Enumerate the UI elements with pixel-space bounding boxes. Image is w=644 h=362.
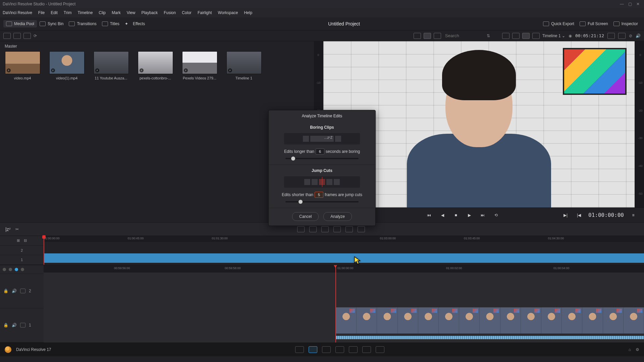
- media-pool-button[interactable]: Media Pool: [3, 20, 37, 27]
- transitions-button[interactable]: Transitions: [66, 20, 99, 27]
- page-deliver-icon[interactable]: [376, 346, 384, 353]
- media-clip[interactable]: ♪video(1).mp4: [48, 51, 85, 80]
- split-clip-icon[interactable]: ✂: [15, 227, 19, 232]
- mark-in-icon[interactable]: ▶|: [561, 212, 570, 219]
- mark-out-icon[interactable]: |◀: [575, 212, 583, 219]
- overview-ruler[interactable]: 01:00:00:0001:00:45:0001:01:30:0001:03:0…: [44, 236, 644, 242]
- insert-icon[interactable]: [297, 226, 305, 232]
- stop-icon[interactable]: ■: [452, 212, 460, 219]
- media-clip[interactable]: ♪Pexels Videos 279...: [181, 51, 218, 80]
- media-clip[interactable]: ♪11 Youtube Ausza...: [93, 51, 129, 80]
- ripple-icon[interactable]: [358, 226, 365, 232]
- track-toggle-icon[interactable]: [20, 323, 25, 327]
- record-icon[interactable]: ◉: [569, 34, 572, 38]
- refresh-icon[interactable]: ⟳: [34, 34, 37, 38]
- page-cut-icon[interactable]: [309, 346, 317, 353]
- import-media-icon[interactable]: [13, 33, 21, 39]
- detail-tracks[interactable]: 00:59:56:0000:59:58:0001:00:00:0001:00:0…: [44, 265, 644, 343]
- view-strip-icon[interactable]: [414, 33, 421, 39]
- detail-ruler[interactable]: 00:59:56:0000:59:58:0001:00:00:0001:00:0…: [44, 265, 644, 273]
- jump-frames-input[interactable]: [315, 192, 323, 198]
- media-clip[interactable]: ♪video.mp4: [4, 51, 41, 80]
- track-header-v2[interactable]: 🔒 🔊 2: [0, 274, 44, 308]
- bypass-icon[interactable]: ⊘: [629, 34, 632, 38]
- boring-seconds-input[interactable]: [316, 148, 324, 155]
- menu-clip[interactable]: Clip: [99, 10, 106, 15]
- media-clip[interactable]: ♪Timeline 1: [225, 51, 262, 80]
- sync-bin-button[interactable]: Sync Bin: [37, 20, 66, 27]
- snap-icon[interactable]: [3, 268, 6, 271]
- viewer-mode-a-icon[interactable]: [502, 33, 509, 39]
- timeline-selector[interactable]: Timeline 1 ⌄: [542, 34, 565, 38]
- link-icon[interactable]: [21, 268, 24, 271]
- bin-master-label[interactable]: Master: [5, 44, 318, 49]
- transport-menu-icon[interactable]: ≡: [629, 212, 637, 219]
- overwrite-icon[interactable]: [309, 226, 317, 232]
- menu-timeline[interactable]: Timeline: [77, 10, 93, 15]
- ov-tool-a-icon[interactable]: ⊞: [17, 238, 20, 243]
- page-color-icon[interactable]: [349, 346, 358, 353]
- overview-tracks[interactable]: 01:00:00:0001:00:45:0001:01:30:0001:03:0…: [44, 236, 644, 265]
- cancel-button[interactable]: Cancel: [292, 212, 319, 221]
- transport-timecode[interactable]: 01:00:00:00: [588, 212, 624, 218]
- guides-icon[interactable]: [618, 33, 626, 39]
- menu-playback[interactable]: Playback: [141, 10, 158, 15]
- detail-audio-waveform[interactable]: [336, 336, 644, 339]
- overview-playhead[interactable]: [44, 236, 44, 265]
- append-icon[interactable]: [345, 226, 353, 232]
- menu-fusion[interactable]: Fusion: [164, 10, 176, 15]
- fit-to-fill-icon[interactable]: [333, 226, 341, 232]
- menu-workspace[interactable]: Workspace: [218, 10, 238, 15]
- menu-edit[interactable]: Edit: [51, 10, 58, 15]
- maximize-icon[interactable]: ▢: [627, 1, 633, 7]
- jump-slider[interactable]: [285, 201, 359, 202]
- page-fairlight-icon[interactable]: [362, 346, 371, 353]
- go-end-icon[interactable]: ⏭: [479, 212, 487, 219]
- minimize-icon[interactable]: —: [619, 1, 625, 7]
- analyze-button[interactable]: Analyze: [323, 212, 352, 221]
- menu-mark[interactable]: Mark: [112, 10, 121, 15]
- audio-sync-icon[interactable]: [15, 268, 18, 271]
- viewer-mode-c-icon[interactable]: [522, 33, 530, 39]
- speaker-icon[interactable]: 🔊: [12, 323, 17, 327]
- menu-trim[interactable]: Trim: [64, 10, 72, 15]
- page-fusion-icon[interactable]: [335, 346, 344, 353]
- track-toggle-icon[interactable]: [20, 289, 25, 293]
- marker-icon[interactable]: [9, 268, 12, 271]
- ov-tool-b-icon[interactable]: ⊟: [24, 238, 27, 243]
- replace-icon[interactable]: [321, 226, 329, 232]
- lock-icon[interactable]: 🔒: [3, 323, 8, 327]
- effects-button[interactable]: ✦ Effects: [122, 20, 148, 27]
- boring-detector-icon[interactable]: |zᶻ: [5, 227, 11, 232]
- menu-app[interactable]: DaVinci Resolve: [3, 10, 32, 15]
- play-icon[interactable]: ▶: [465, 212, 473, 219]
- settings-gear-icon[interactable]: ⚙: [636, 347, 639, 352]
- view-thumb-icon[interactable]: [424, 33, 431, 39]
- page-media-icon[interactable]: [295, 346, 304, 353]
- quick-export-button[interactable]: Quick Export: [540, 20, 577, 27]
- search-input[interactable]: [444, 33, 484, 39]
- home-icon[interactable]: ⌂: [629, 347, 631, 352]
- go-start-icon[interactable]: ⏮: [425, 212, 433, 219]
- titles-button[interactable]: Titles: [99, 20, 122, 27]
- menu-help[interactable]: Help: [244, 10, 252, 15]
- lock-icon[interactable]: 🔒: [3, 289, 8, 293]
- safe-area-icon[interactable]: [607, 33, 615, 39]
- view-list-icon[interactable]: [434, 33, 441, 39]
- step-back-icon[interactable]: ◀: [438, 212, 446, 219]
- overview-clip[interactable]: [44, 253, 644, 263]
- media-clip[interactable]: ♪pexels-cottonbro-...: [137, 51, 174, 80]
- full-screen-button[interactable]: Full Screen: [577, 20, 611, 27]
- volume-icon[interactable]: 🔊: [636, 34, 641, 38]
- menu-color[interactable]: Color: [182, 10, 192, 15]
- inspector-button[interactable]: Inspector: [611, 20, 641, 27]
- viewer-mode-b-icon[interactable]: [512, 33, 520, 39]
- loop-icon[interactable]: ⟲: [492, 212, 500, 219]
- menu-view[interactable]: View: [127, 10, 136, 15]
- track-header-v1[interactable]: 🔒 🔊 1: [0, 308, 44, 343]
- bin-dropdown-icon[interactable]: [3, 33, 11, 39]
- boring-slider[interactable]: [285, 158, 359, 159]
- filter-icon[interactable]: ⇅: [487, 34, 490, 38]
- close-icon[interactable]: ✕: [635, 1, 641, 7]
- detail-video-clip[interactable]: [336, 307, 644, 334]
